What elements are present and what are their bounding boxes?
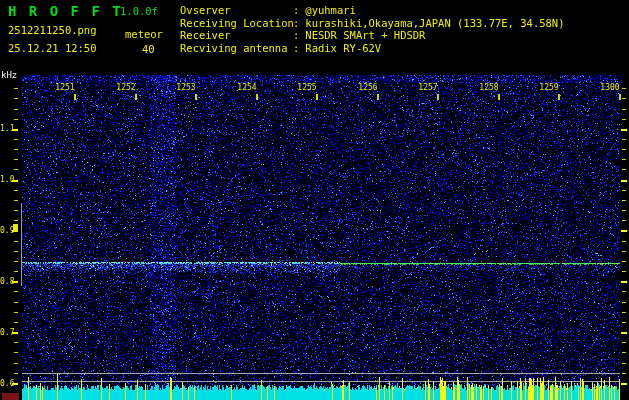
y-tick-label: 0.7 (0, 328, 12, 338)
x-tick-label: 1259 (536, 83, 562, 92)
x-tick-label: 1255 (294, 83, 320, 92)
info-row-receiver: Receiver : NESDR SMArt + HDSDR (180, 29, 565, 42)
info-separator: : (293, 4, 299, 17)
x-tick-label: 1251 (52, 83, 78, 92)
info-separator: : (293, 29, 299, 42)
info-value: @yuhmari (305, 4, 356, 17)
y-axis-unit-label: kHz (1, 70, 17, 80)
info-value: kurashiki,Okayama,JAPAN (133.77E, 34.58N… (305, 17, 564, 30)
info-row-antenna: Recviving antenna : Radix RY-62V (180, 42, 565, 55)
timestamp: 25.12.21 12:50 (8, 42, 97, 54)
info-separator: : (293, 42, 299, 55)
info-row-location: Receiving Location : kurashiki,Okayama,J… (180, 17, 565, 30)
x-tick-label: 1258 (476, 83, 502, 92)
info-label: Receiver (180, 29, 293, 42)
echo-count: 40 (142, 43, 155, 55)
x-tick-label: 1256 (355, 83, 381, 92)
info-label: Receiving Location (180, 17, 293, 30)
output-filename: 2512211250.png (8, 24, 97, 36)
info-separator: : (293, 17, 299, 30)
x-tick-label: 1252 (113, 83, 139, 92)
observer-info-panel: Ovserver : @yuhmari Receiving Location :… (180, 4, 565, 54)
info-value: Radix RY-62V (305, 42, 381, 55)
app-title: H R O F F T (8, 3, 123, 19)
observation-mode: meteor (125, 28, 163, 40)
x-tick-label: 1253 (173, 83, 199, 92)
info-row-observer: Ovserver : @yuhmari (180, 4, 565, 17)
x-tick-label: 1254 (234, 83, 260, 92)
hrofft-screen: H R O F F T 1.0.0f 2512211250.png meteor… (0, 0, 629, 400)
y-tick-label: 0.8 (0, 277, 12, 287)
spectrogram-canvas (0, 0, 629, 400)
app-version: 1.0.0f (120, 5, 158, 17)
info-label: Recviving antenna (180, 42, 293, 55)
y-tick-label: 1.1 (0, 124, 12, 134)
info-value: NESDR SMArt + HDSDR (305, 29, 425, 42)
y-tick-label: 0.6 (0, 379, 12, 389)
x-tick-label: 1257 (415, 83, 441, 92)
y-tick-label: 0.9 (0, 226, 12, 236)
y-tick-label: 1.0 (0, 175, 12, 185)
info-label: Ovserver (180, 4, 293, 17)
x-tick-label: 1300 (597, 83, 623, 92)
